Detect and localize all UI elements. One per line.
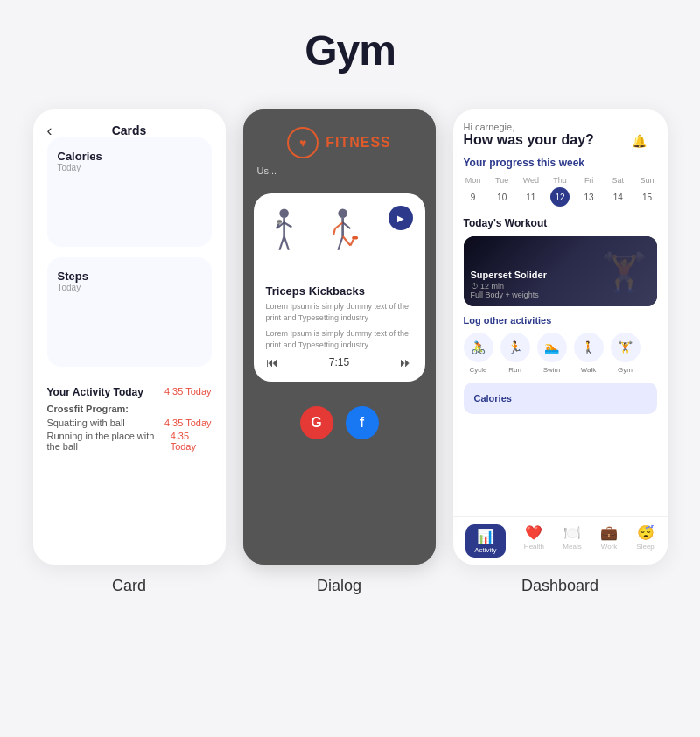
svg-line-14 [338, 236, 342, 250]
sbar-11 [179, 331, 189, 358]
walk-icon: 🚶 [581, 340, 596, 354]
back-arrow-icon[interactable]: ‹ [47, 122, 52, 140]
sbar-3 [81, 341, 91, 359]
player-controls: ⏮ 7:15 ⏭ [266, 355, 413, 369]
bar-10 [167, 193, 177, 238]
activity-cycle[interactable]: 🚴 Cycle [464, 333, 494, 374]
dashboard-content: Hi carnegie, How was your day? 🔔 Your pr… [453, 109, 668, 516]
sbar-1 [58, 335, 67, 358]
day-wed-name: Wed [523, 176, 539, 185]
prev-button[interactable]: ⏮ [266, 355, 278, 369]
day-mon-name: Mon [466, 176, 481, 185]
steps-bar-chart [58, 301, 201, 358]
facebook-login-button[interactable]: f [346, 406, 379, 439]
day-thu-num[interactable]: 12 [550, 187, 570, 207]
heart-icon: ♥ [299, 136, 306, 150]
nav-health[interactable]: ❤️ Health [524, 524, 544, 558]
nav-activity[interactable]: 📊 Activity [466, 524, 505, 558]
activity-item-1-label: Squatting with ball [47, 418, 125, 428]
day-fri-num[interactable]: 13 [579, 187, 598, 207]
exercise-name: Triceps Kickbacks [266, 284, 413, 298]
day-mon-num[interactable]: 9 [464, 187, 483, 207]
page-title: Gym [304, 26, 396, 74]
cycle-label: Cycle [469, 366, 486, 374]
activities-grid: 🚴 Cycle 🏃 Run 🏊 Swim [464, 333, 657, 374]
cycle-icon-circle: 🚴 [464, 333, 494, 362]
calories-bar[interactable]: Calories [464, 383, 657, 414]
bar-2 [69, 213, 79, 238]
calories-subtitle: Today [58, 163, 201, 172]
health-nav-icon: ❤️ [525, 524, 542, 541]
sbar-8 [143, 310, 152, 358]
greeting-question: How was your day? [464, 132, 657, 148]
bar-8 [143, 181, 152, 238]
sleep-nav-label: Sleep [636, 543, 654, 551]
card-screen-header: ‹ Cards [47, 123, 212, 137]
walk-icon-circle: 🚶 [574, 333, 604, 362]
day-thu: Thu 12 [550, 176, 570, 207]
meals-nav-label: Meals [563, 543, 581, 551]
svg-point-9 [338, 209, 347, 219]
sbar-12 [192, 338, 201, 358]
workout-meta: ⏱ 12 min [471, 282, 547, 291]
sbar-5 [106, 312, 116, 358]
workout-name: Superset Solider [471, 270, 547, 280]
day-tue-num[interactable]: 10 [493, 187, 512, 207]
swim-label: Swim [543, 366, 561, 374]
swim-icon: 🏊 [544, 340, 559, 354]
workout-card[interactable]: Superset Solider ⏱ 12 min Full Body + we… [464, 236, 657, 306]
activity-nav-icon: 📊 [477, 528, 494, 544]
dialog-top-bar: ♥ FITNESS Us... [243, 109, 436, 185]
activity-walk[interactable]: 🚶 Walk [574, 333, 604, 374]
dumbbell-overlay: 🏋️ [598, 236, 650, 306]
gym-label: Gym [618, 366, 633, 374]
nav-work[interactable]: 💼 Work [600, 524, 618, 558]
svg-line-16 [350, 240, 354, 246]
fitness-logo: ♥ FITNESS [287, 127, 391, 158]
calories-bar-chart [58, 181, 201, 238]
activity-swim[interactable]: 🏊 Swim [537, 333, 567, 374]
activity-item-2-value: 4.35 Today [171, 431, 212, 452]
day-wed-num[interactable]: 11 [522, 187, 541, 207]
nav-meals[interactable]: 🍽️ Meals [563, 524, 581, 558]
activity-label: Your Activity Today [47, 386, 144, 398]
svg-line-5 [279, 236, 284, 250]
figure-1-svg [266, 206, 310, 267]
day-sun-num[interactable]: 15 [637, 187, 656, 207]
svg-rect-17 [352, 236, 358, 240]
google-login-button[interactable]: G [300, 406, 333, 439]
day-wed: Wed 11 [522, 176, 541, 207]
exercise-desc-1: Lorem Ipsum is simply dummy text of the … [266, 301, 413, 323]
svg-point-0 [279, 209, 289, 219]
gym-icon: 🏋️ [618, 340, 633, 354]
activity-value: 4.35 Today [164, 386, 212, 398]
next-button[interactable]: ⏭ [400, 355, 412, 369]
bar-4 [94, 201, 103, 238]
play-button[interactable]: ▶ [388, 206, 413, 230]
bar-7 [130, 187, 140, 239]
steps-chart-card: Steps Today [47, 257, 212, 367]
dialog-screen: ♥ FITNESS Us... [243, 109, 436, 565]
steps-title: Steps [58, 270, 201, 283]
workout-section-title: Today's Workout [464, 217, 657, 229]
dialog-screen-wrapper: ♥ FITNESS Us... [243, 109, 436, 595]
run-label: Run [508, 366, 522, 374]
greeting-text: Hi carnegie, [464, 122, 657, 132]
day-sat-name: Sat [612, 176, 625, 185]
walk-label: Walk [581, 366, 596, 374]
activity-gym[interactable]: 🏋️ Gym [611, 333, 640, 374]
workout-card-content: Superset Solider ⏱ 12 min Full Body + we… [471, 270, 547, 299]
modal-card: ▶ Triceps Kickbacks Lorem Ipsum is simpl… [254, 193, 425, 382]
calories-title: Calories [58, 150, 201, 163]
activity-run[interactable]: 🏃 Run [500, 333, 530, 374]
cards-title: Cards [112, 123, 147, 137]
dashboard-screen-wrapper: Hi carnegie, How was your day? 🔔 Your pr… [453, 109, 668, 595]
work-nav-label: Work [601, 543, 618, 551]
activity-item-1: Squatting with ball 4.35 Today [47, 418, 212, 428]
activity-item-2: Running in the place with the ball 4.35 … [47, 431, 212, 452]
sbar-2 [69, 321, 79, 358]
nav-sleep[interactable]: 😴 Sleep [636, 524, 654, 558]
exercise-figures-area [266, 206, 388, 276]
bell-icon[interactable]: 🔔 [632, 134, 647, 148]
day-sat-num[interactable]: 14 [608, 187, 627, 207]
